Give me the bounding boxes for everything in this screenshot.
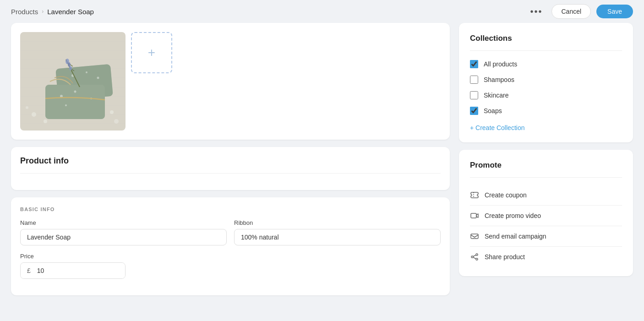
coupon-icon: [470, 190, 479, 200]
name-group: Name: [20, 219, 227, 245]
checkbox-soaps[interactable]: [470, 107, 478, 115]
share-icon: [470, 252, 479, 261]
basic-info-card: BASIC INFO Name Ribbon Price £: [11, 197, 450, 295]
collections-card: Collections All productsShampoosSkincare…: [459, 23, 633, 142]
checkbox-shampoos[interactable]: [470, 76, 478, 84]
promote-item-share-product[interactable]: Share product: [470, 249, 622, 265]
svg-point-33: [69, 66, 72, 71]
svg-rect-36: [471, 234, 478, 239]
collection-label-soaps: Soaps: [484, 107, 502, 114]
collection-item-shampoos: Shampoos: [470, 76, 622, 84]
svg-point-15: [26, 106, 28, 109]
svg-point-27: [65, 104, 67, 106]
video-icon: [470, 211, 479, 220]
product-info-title: Product info: [20, 156, 441, 174]
collection-item-skincare: Skincare: [470, 91, 622, 99]
images-card: +: [11, 23, 450, 140]
svg-point-37: [476, 254, 478, 256]
cancel-button[interactable]: Cancel: [551, 4, 591, 19]
promote-item-send-email-campaign[interactable]: Send email campaign: [470, 228, 622, 245]
name-label: Name: [20, 219, 227, 226]
collection-item-soaps: Soaps: [470, 107, 622, 115]
promote-label-share-product: Share product: [485, 253, 525, 261]
basic-info-label: BASIC INFO: [20, 207, 441, 212]
collection-label-all-products: All products: [484, 60, 517, 68]
name-ribbon-row: Name Ribbon: [20, 219, 441, 245]
svg-point-25: [74, 91, 76, 93]
collection-item-all-products: All products: [470, 60, 622, 68]
promote-item-create-coupon[interactable]: Create coupon: [470, 187, 622, 203]
top-bar: Products › Lavender Soap ••• Cancel Save: [0, 0, 644, 23]
promote-divider: [470, 205, 622, 206]
add-image-button[interactable]: +: [131, 32, 172, 73]
price-row: Price £: [20, 253, 441, 279]
promote-card: Promote Create coupon Create promo video…: [459, 150, 633, 276]
collection-label-skincare: Skincare: [484, 92, 508, 99]
collection-label-shampoos: Shampoos: [484, 76, 514, 83]
more-options-button[interactable]: •••: [526, 5, 546, 19]
promote-label-create-coupon: Create coupon: [485, 191, 527, 199]
ribbon-input[interactable]: [234, 229, 441, 245]
promote-list: Create coupon Create promo video Send em…: [470, 187, 622, 265]
product-info-card: Product info: [11, 147, 450, 190]
name-input[interactable]: [20, 229, 227, 245]
promote-divider: [470, 246, 622, 247]
image-section: +: [20, 32, 441, 131]
svg-point-11: [32, 112, 36, 117]
svg-point-12: [44, 120, 47, 123]
promote-divider: [470, 226, 622, 226]
save-button[interactable]: Save: [596, 5, 633, 18]
price-currency: £: [21, 263, 35, 278]
create-collection-link[interactable]: + Create Collection: [470, 124, 524, 131]
email-icon: [470, 232, 479, 241]
checkbox-wrapper-skincare: [470, 91, 478, 99]
product-image: [20, 32, 126, 131]
breadcrumb-chevron-icon: ›: [42, 8, 44, 15]
price-input[interactable]: [35, 263, 125, 278]
promote-label-send-email-campaign: Send email campaign: [485, 233, 546, 240]
svg-rect-23: [45, 85, 105, 119]
price-input-wrapper: £: [20, 262, 126, 279]
ribbon-group: Ribbon: [234, 219, 441, 245]
promote-title: Promote: [470, 161, 622, 178]
price-label: Price: [20, 253, 126, 260]
promote-label-create-promo-video: Create promo video: [485, 212, 541, 219]
collections-list: All productsShampoosSkincareSoaps: [470, 60, 622, 115]
collections-title: Collections: [470, 34, 622, 51]
checkbox-wrapper-soaps: [470, 107, 478, 115]
checkbox-skincare[interactable]: [470, 91, 478, 99]
breadcrumb-products-link[interactable]: Products: [11, 8, 38, 16]
svg-line-40: [473, 255, 476, 256]
price-group: Price £: [20, 253, 126, 279]
breadcrumb: Products › Lavender Soap: [11, 8, 94, 16]
svg-point-20: [86, 71, 87, 73]
top-bar-actions: ••• Cancel Save: [526, 4, 633, 19]
svg-point-14: [110, 110, 114, 114]
checkbox-wrapper-shampoos: [470, 76, 478, 84]
main-layout: + Product info BASIC INFO Name Ribbon: [0, 23, 644, 306]
svg-rect-35: [471, 213, 476, 218]
checkbox-wrapper-all-products: [470, 60, 478, 68]
plus-icon: +: [148, 45, 155, 60]
svg-line-41: [473, 257, 476, 259]
breadcrumb-current: Lavender Soap: [47, 8, 94, 16]
sidebar: Collections All productsShampoosSkincare…: [459, 23, 633, 276]
ribbon-label: Ribbon: [234, 219, 441, 226]
main-column: + Product info BASIC INFO Name Ribbon: [11, 23, 450, 295]
svg-point-21: [97, 77, 99, 79]
svg-point-38: [471, 256, 473, 258]
svg-point-16: [114, 119, 119, 124]
checkbox-all-products[interactable]: [470, 60, 478, 68]
promote-item-create-promo-video[interactable]: Create promo video: [470, 207, 622, 224]
svg-point-39: [476, 258, 478, 260]
